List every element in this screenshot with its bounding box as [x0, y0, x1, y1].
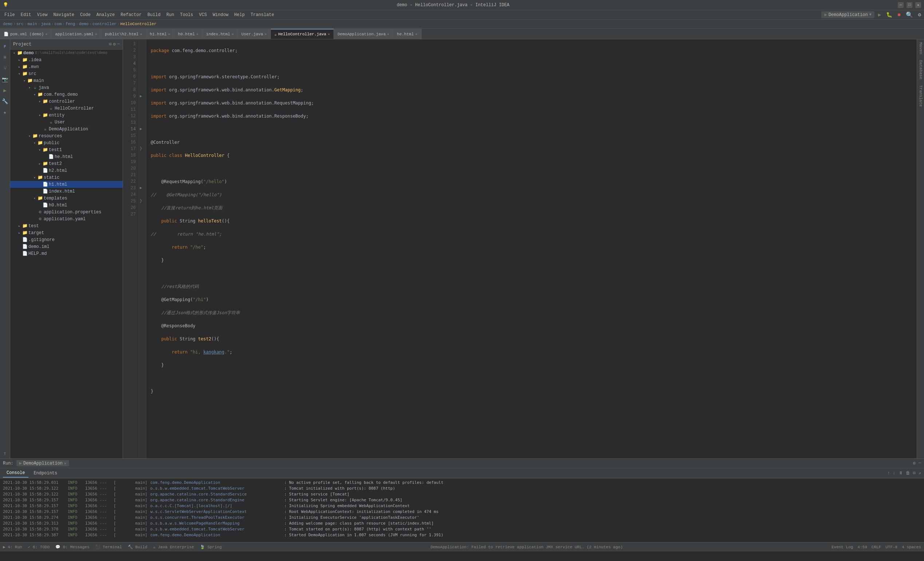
breadcrumb-com[interactable]: com [54, 22, 62, 26]
event-log-label[interactable]: Event Log [831, 545, 853, 549]
maven-label[interactable]: Maven [918, 39, 924, 57]
sidebar-tools-icon[interactable]: 🔧 [1, 97, 9, 106]
title-bar-right[interactable]: — □ ✕ [898, 2, 921, 8]
tree-item-demo-iml[interactable]: ▸ 📄 demo.iml [10, 243, 123, 250]
tab-console[interactable]: Console [3, 469, 28, 478]
menu-code[interactable]: Code [77, 12, 94, 18]
tree-item-demo-application[interactable]: ▸ ☕ DemoApplication [10, 126, 123, 132]
sidebar-run-icon[interactable]: ▶ [1, 86, 9, 94]
tab-demo-application[interactable]: DemoApplication.java ✕ [334, 29, 393, 39]
tree-item-h1-html[interactable]: ▸ 📄 h1.html [10, 181, 123, 188]
hide-panel-icon[interactable]: — [117, 42, 120, 47]
tree-item-test1[interactable]: ▾ 📁 test1 [10, 146, 123, 153]
settings-button[interactable]: ⚙ [917, 11, 922, 19]
tab-he-html[interactable]: he.html ✕ [393, 29, 421, 39]
menu-tools[interactable]: Tools [177, 12, 196, 18]
clear-console-icon[interactable]: 🗑 [906, 470, 910, 476]
tree-item-index-html[interactable]: ▸ 📄 index.html [10, 188, 123, 195]
menu-vcs[interactable]: VCS [196, 12, 210, 18]
tree-item-h2-html[interactable]: ▸ 📄 h2.html [10, 167, 123, 174]
tab-application-yaml[interactable]: application.yaml ✕ [51, 29, 101, 39]
tree-item-controller[interactable]: ▾ 📁 controller [10, 98, 123, 105]
menu-edit[interactable]: Edit [18, 12, 34, 18]
tab-application-yaml-close[interactable]: ✕ [95, 32, 97, 36]
breadcrumb-controller[interactable]: controller [93, 22, 117, 26]
encoding-indicator[interactable]: UTF-8 [885, 545, 897, 549]
run-settings-icon[interactable]: ⚙ [913, 460, 916, 466]
scroll-down-icon[interactable]: ↓ [893, 471, 895, 476]
indent-indicator[interactable]: 4 spaces [902, 545, 921, 549]
menu-refactor[interactable]: Refactor [118, 12, 144, 18]
menu-analyze[interactable]: Analyze [94, 12, 118, 18]
breadcrumb-src[interactable]: src [16, 22, 24, 26]
pause-icon[interactable]: ⏸ [898, 470, 903, 476]
maximize-button[interactable]: □ [906, 2, 912, 8]
tree-item-h0-html[interactable]: ▸ 📄 h0.html [10, 202, 123, 208]
tree-item-java[interactable]: ▾ ☕ java [10, 84, 123, 91]
tab-index-html[interactable]: index.html ✕ [202, 29, 238, 39]
tree-item-templates[interactable]: ▾ 📁 templates [10, 195, 123, 202]
run-button[interactable]: ▶ [877, 11, 882, 19]
tab-user-java-close[interactable]: ✕ [265, 32, 267, 36]
translate-right-label[interactable]: Translate [918, 82, 924, 110]
close-button[interactable]: ✕ [915, 2, 921, 8]
breadcrumb-file[interactable]: HelloController [120, 22, 156, 26]
menu-run[interactable]: Run [164, 12, 177, 18]
tab-h2-html-close[interactable]: ✕ [140, 32, 142, 36]
breadcrumb-demo[interactable]: demo [3, 22, 12, 26]
run-config-selector[interactable]: ▶ DemoApplication ▼ [821, 11, 874, 18]
menu-translate[interactable]: Translate [248, 12, 277, 18]
breadcrumb-demo2[interactable]: demo [79, 22, 88, 26]
tree-item-hello-controller[interactable]: ▸ ☕ HelloController [10, 105, 123, 112]
tree-item-demo-root[interactable]: ▾ 📁 demo E:\smallTools\idea\code\test\de… [10, 50, 123, 56]
breadcrumb-feng[interactable]: feng [66, 22, 75, 26]
tree-item-src[interactable]: ▾ 📁 src [10, 70, 123, 77]
search-everywhere-button[interactable]: 🔍 [904, 10, 915, 19]
tree-item-help-md[interactable]: ▸ 📄 HELP.md [10, 250, 123, 257]
settings-icon[interactable]: ⚙ [113, 42, 116, 47]
scroll-up-icon[interactable]: ↑ [887, 471, 890, 476]
minimize-button[interactable]: — [898, 2, 904, 8]
run-minimize-icon[interactable]: — [918, 460, 921, 466]
crlf-indicator[interactable]: CRLF [872, 545, 881, 549]
run-app-close[interactable]: ✕ [64, 461, 66, 466]
tree-item-static[interactable]: ▾ 📁 static [10, 174, 123, 181]
menu-help[interactable]: Help [231, 12, 248, 18]
sidebar-star-icon[interactable]: ★ [1, 108, 9, 117]
collapse-all-icon[interactable]: ⊟ [109, 42, 111, 47]
menu-navigate[interactable]: Navigate [50, 12, 77, 18]
tree-item-target[interactable]: ▸ 📁 target [10, 230, 123, 236]
menu-file[interactable]: File [2, 12, 18, 18]
sidebar-translate-icon[interactable]: T [1, 450, 9, 458]
tree-item-test2[interactable]: ▸ 📁 test2 [10, 160, 123, 167]
tab-h1-html[interactable]: h1.html ✕ [146, 29, 174, 39]
code-container[interactable]: 1 2 3 4 5 6 7 8 9 10 11 12 13 14 15 16 1… [123, 39, 917, 458]
sidebar-structure-icon[interactable]: ≡ [1, 53, 9, 62]
taskbar-run[interactable]: ▶ 4: Run [3, 544, 22, 549]
tree-item-app-properties[interactable]: ▸ ⚙ application.properties [10, 208, 123, 216]
tab-hello-controller-close[interactable]: ✕ [328, 32, 330, 36]
tab-pom-xml-close[interactable]: ✕ [45, 32, 47, 36]
menu-view[interactable]: View [34, 12, 51, 18]
debug-button[interactable]: 🐛 [885, 11, 894, 19]
tab-demo-application-close[interactable]: ✕ [387, 32, 389, 36]
tab-index-html-close[interactable]: ✕ [231, 32, 234, 36]
tree-item-entity[interactable]: ▾ 📁 entity [10, 112, 123, 118]
breadcrumb-main[interactable]: main [27, 22, 37, 26]
tree-item-main[interactable]: ▾ 📁 main [10, 77, 123, 84]
tree-item-mvn[interactable]: ▸ 📁 .mvn [10, 63, 123, 70]
tree-item-app-yaml[interactable]: ▸ ⚙ application.yaml [10, 216, 123, 222]
tab-h1-html-close[interactable]: ✕ [168, 32, 170, 36]
tab-user-java[interactable]: User.java ✕ [238, 29, 270, 39]
tree-item-user[interactable]: ▸ ☕ User [10, 118, 123, 126]
breadcrumb-java[interactable]: java [41, 22, 50, 26]
menu-window[interactable]: Window [210, 12, 231, 18]
menu-build[interactable]: Build [144, 12, 164, 18]
tab-hello-controller[interactable]: ☕ HelloController.java ✕ [271, 29, 334, 39]
tree-item-gitignore[interactable]: ▸ 📄 .gitignore [10, 236, 123, 243]
tree-item-resources[interactable]: ▾ 📁 resources [10, 132, 123, 140]
tab-endpoints[interactable]: Endpoints [30, 469, 61, 477]
taskbar-spring[interactable]: 🍃 Spring [200, 544, 222, 549]
taskbar-java-enterprise[interactable]: ☕ Java Enterprise [153, 544, 194, 549]
taskbar-terminal[interactable]: ⬛ Terminal [95, 544, 122, 549]
